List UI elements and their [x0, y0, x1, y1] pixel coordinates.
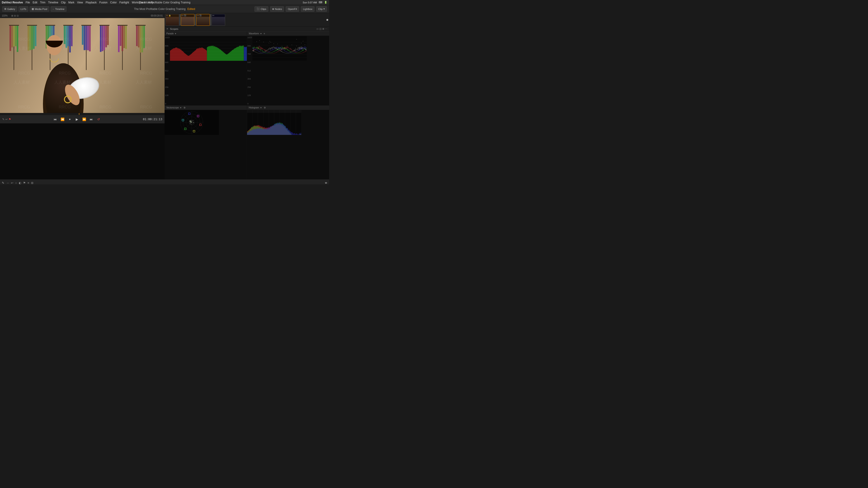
waveform-scope: Waveform ▾ ≡ 1023 896 768 640 512 384 25…: [247, 31, 329, 105]
waveform-header: Waveform ▾ ≡: [247, 31, 329, 36]
stop-btn[interactable]: ■: [67, 117, 72, 122]
playback-timecode: 01:00:21:13: [143, 118, 162, 121]
bars-icon[interactable]: ≡: [28, 181, 29, 184]
scrub-handle[interactable]: [79, 113, 79, 115]
clock: Sun 5:07 AM: [303, 1, 317, 4]
close-scopes[interactable]: ✕: [166, 28, 168, 30]
skip-to-start[interactable]: ⏮: [53, 117, 57, 122]
timeline-scrub[interactable]: [0, 113, 164, 115]
menu-fairlight[interactable]: Fairlight: [119, 1, 129, 4]
histogram-scope: Histogram ▾ ⚙: [247, 105, 329, 180]
nodes-button[interactable]: ◈ Nodes: [270, 6, 284, 12]
waveform-labels: 1023 896 768 640 512 384 256 128 0: [248, 36, 252, 105]
circle-icon[interactable]: ○: [15, 181, 17, 184]
menu-view[interactable]: View: [77, 1, 83, 4]
parade-dropdown[interactable]: ▾: [175, 32, 176, 35]
clip-separator-3: [210, 14, 211, 26]
viewer-top-bar: 133% ⊞ ⊟ ⊡ 00:00:20:01: [0, 13, 164, 18]
histogram-canvas: [247, 110, 329, 180]
menu-clip[interactable]: Clip: [61, 1, 66, 4]
luts-button[interactable]: LUTs: [19, 6, 28, 12]
scope-more[interactable]: ⋯: [325, 28, 327, 30]
viewer-toggle[interactable]: 👁: [325, 182, 327, 184]
parade-labels: 1023 896 768 640 512 384 256 128 0: [165, 36, 169, 105]
menu-edit[interactable]: Edit: [33, 1, 37, 4]
clip-separator-2: [195, 14, 196, 26]
timeline-thumb-3[interactable]: 03 ⬛: [196, 14, 210, 26]
scope-view-2[interactable]: ◫: [319, 28, 321, 30]
timeline-thumb-4[interactable]: 04: [212, 14, 225, 26]
scope-view-4[interactable]: ⊞: [322, 28, 324, 30]
lightbox-button[interactable]: Lightbox: [301, 6, 314, 12]
top-toolbar: ⊞ Gallery LUTs ▦ Media Pool ⏤ Timeline T…: [0, 5, 329, 13]
window-title: The Most Profitable Color Grading Traini…: [139, 1, 190, 4]
openfx-button[interactable]: OpenFX: [286, 6, 299, 12]
waveform-dropdown[interactable]: ▾: [260, 32, 261, 35]
timeline-thumb-1[interactable]: 01 🔒: [165, 14, 179, 26]
vectorscope-settings[interactable]: ⚙: [184, 106, 186, 109]
timeline-icon: ⏤: [53, 8, 54, 10]
clip-id-1: 01: [166, 14, 168, 17]
waveform-list[interactable]: ≡: [264, 32, 265, 35]
qualify-icon[interactable]: ◐: [19, 181, 21, 184]
wifi-icon: ⌨: [319, 1, 322, 4]
media-pool-button[interactable]: ▦ Media Pool: [30, 6, 49, 12]
histogram-dropdown[interactable]: ▾: [260, 106, 261, 109]
flag-color-icon[interactable]: ⚑: [23, 181, 26, 184]
histogram-label: Histogram: [249, 106, 259, 109]
menu-timeline[interactable]: Timeline: [48, 1, 58, 4]
loop-btn[interactable]: ↺: [96, 117, 101, 122]
menu-color[interactable]: Color: [110, 1, 117, 4]
viewer-zoom: 133%: [2, 14, 8, 17]
parade-canvas: 1023 896 768 640 512 384 256 128 0: [164, 36, 247, 105]
gallery-icon: ⊞: [4, 7, 6, 10]
histogram-header: Histogram ▾ ⚙: [247, 105, 329, 110]
grid-icon[interactable]: ⊞: [31, 181, 33, 184]
scopes-header: ✕ Scopes ▭ ◫ ⊞ ⋯: [164, 27, 329, 31]
clip-lock-1: 🔒: [168, 14, 171, 17]
pencil-icon[interactable]: ✎: [2, 181, 4, 184]
timeline-thumb-2[interactable]: 02 ⬛: [181, 14, 194, 26]
gallery-button[interactable]: ⊞ Gallery: [2, 6, 17, 12]
scopes-panel: Parade ▾ 1023 896 768 640 512 384 256 12…: [164, 31, 329, 180]
menu-trim[interactable]: Trim: [40, 1, 45, 4]
menu-right: Sun 5:07 AM ⌨ 🔋: [303, 1, 327, 4]
undo-tool[interactable]: ↩: [5, 118, 8, 121]
arrow-icon[interactable]: →: [6, 181, 9, 184]
clips-button[interactable]: ⬛ Clips: [254, 6, 268, 12]
step-back[interactable]: ⏪: [60, 117, 65, 122]
viewer-tool3[interactable]: ⊡: [17, 14, 19, 17]
video-canvas: [0, 18, 164, 113]
toolbar-right: ⬛ Clips ◈ Nodes OpenFX Lightbox Clip ▾: [254, 6, 327, 12]
flag-tool[interactable]: ⚑: [8, 118, 11, 121]
waveform-canvas: 1023 896 768 640 512 384 256 128 0: [247, 36, 329, 105]
vectorscope-label: Vectorscope: [166, 106, 179, 109]
viewer-tool1[interactable]: ⊞: [11, 14, 13, 17]
clip-dropdown-icon: ▾: [323, 7, 325, 10]
menu-fusion[interactable]: Fusion: [99, 1, 107, 4]
clip-button[interactable]: Clip ▾: [316, 6, 327, 12]
edit-status: Edited: [187, 7, 195, 11]
scope-view-1[interactable]: ▭: [316, 28, 318, 30]
menu-mark[interactable]: Mark: [68, 1, 74, 4]
viewer-panel: 133% ⊞ ⊟ ⊡ 00:00:20:01 ✎ ↩ ⚑ ⏮ ⏪ ■ ▶: [0, 13, 164, 180]
viewer-tool2[interactable]: ⊟: [14, 14, 16, 17]
menu-items: File Edit Trim Timeline Clip Mark View P…: [26, 1, 153, 4]
clip-node-2: ⬛: [184, 14, 186, 17]
menu-playback[interactable]: Playback: [86, 1, 97, 4]
vectorscope-header: Vectorscope ▾ ⚙: [164, 105, 247, 110]
menu-file[interactable]: File: [26, 1, 30, 4]
viewer-image: [0, 18, 164, 113]
clips-icon: ⬛: [256, 7, 260, 10]
play-btn[interactable]: ▶: [74, 117, 79, 122]
parade-scope: Parade ▾ 1023 896 768 640 512 384 256 12…: [164, 31, 247, 105]
undo-icon[interactable]: ↩: [11, 181, 13, 184]
skip-to-end[interactable]: ⏭: [89, 117, 94, 122]
pencil-tool[interactable]: ✎: [2, 118, 4, 121]
timeline-nav-button[interactable]: ⏤ Timeline: [51, 6, 66, 12]
vectorscope-scope: Vectorscope ▾ ⚙: [164, 105, 247, 180]
histogram-settings[interactable]: ⚙: [264, 106, 266, 109]
main-layout: 133% ⊞ ⊟ ⊡ 00:00:20:01 ✎ ↩ ⚑ ⏮ ⏪ ■ ▶: [0, 13, 329, 180]
vectorscope-dropdown[interactable]: ▾: [180, 106, 181, 109]
step-forward[interactable]: ⏩: [82, 117, 86, 122]
